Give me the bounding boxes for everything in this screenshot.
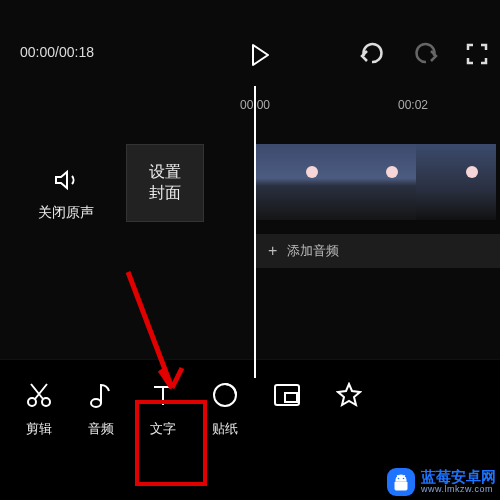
svg-point-0 bbox=[28, 398, 36, 406]
video-track[interactable]: + bbox=[256, 144, 500, 220]
svg-point-2 bbox=[91, 399, 101, 407]
undo-button[interactable] bbox=[358, 42, 386, 66]
watermark-title: 蓝莓安卓网 bbox=[421, 469, 496, 485]
svg-point-6 bbox=[398, 478, 400, 480]
redo-button[interactable] bbox=[412, 42, 440, 66]
tool-sticker[interactable]: 贴纸 bbox=[194, 380, 256, 438]
android-icon bbox=[387, 468, 415, 496]
star-icon bbox=[336, 380, 362, 410]
fullscreen-button[interactable] bbox=[466, 43, 488, 65]
add-audio-label: 添加音频 bbox=[287, 242, 339, 260]
mute-label: 关闭原声 bbox=[30, 204, 102, 222]
tool-label: 剪辑 bbox=[26, 420, 52, 438]
tool-cut[interactable]: 剪辑 bbox=[8, 380, 70, 438]
tool-label: 文字 bbox=[150, 420, 176, 438]
picture-in-picture-icon bbox=[273, 380, 301, 410]
tool-pip[interactable] bbox=[256, 380, 318, 410]
watermark-url: www.lmkzw.com bbox=[421, 485, 496, 494]
timecode: 00:00/00:18 bbox=[20, 44, 94, 60]
svg-rect-5 bbox=[285, 393, 297, 402]
sticker-icon bbox=[212, 380, 238, 410]
volume-icon[interactable] bbox=[52, 166, 80, 194]
tool-label: 音频 bbox=[88, 420, 114, 438]
music-note-icon bbox=[88, 380, 114, 410]
svg-point-7 bbox=[403, 478, 405, 480]
annotation-arrow bbox=[118, 268, 198, 398]
tool-label: 贴纸 bbox=[212, 420, 238, 438]
scissors-icon bbox=[25, 380, 53, 410]
plus-icon: + bbox=[268, 242, 277, 260]
timeline-ruler: 00:00 00:02 bbox=[0, 94, 500, 118]
clip-thumbnail[interactable] bbox=[336, 144, 416, 220]
tool-effects[interactable] bbox=[318, 380, 380, 410]
svg-point-1 bbox=[42, 398, 50, 406]
playhead[interactable] bbox=[254, 86, 256, 378]
set-cover-button[interactable]: 设置 封面 bbox=[126, 144, 204, 222]
play-button[interactable] bbox=[244, 40, 274, 70]
add-audio-track[interactable]: + 添加音频 bbox=[256, 234, 500, 268]
clip-thumbnail[interactable] bbox=[256, 144, 336, 220]
watermark: 蓝莓安卓网 www.lmkzw.com bbox=[387, 468, 496, 496]
clip-thumbnail[interactable] bbox=[416, 144, 496, 220]
